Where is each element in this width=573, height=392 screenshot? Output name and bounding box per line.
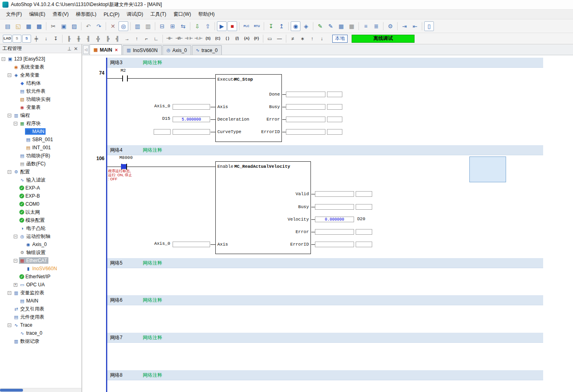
busy-value-box[interactable]: [356, 204, 372, 210]
menu-item[interactable]: 窗口(W): [170, 10, 194, 19]
axis-operand-label[interactable]: Axis_0: [146, 241, 170, 246]
offline-debug-button[interactable]: 离线调试: [352, 35, 415, 43]
tool-line-right-icon[interactable]: →: [123, 35, 131, 43]
curvetype-operand-box[interactable]: [173, 129, 210, 135]
tree-node-exp-b[interactable]: ✓EXP-B: [0, 192, 81, 200]
tree-node-exp-a[interactable]: ✓EXP-A: [0, 184, 81, 192]
tool-corner-down-icon[interactable]: ∟: [152, 35, 160, 43]
menu-item[interactable]: 工具(T): [147, 10, 170, 19]
tree-node--[interactable]: ✓以太网: [0, 208, 81, 216]
menu-item[interactable]: 查看(V): [49, 10, 72, 19]
valid-operand-box[interactable]: [315, 191, 354, 197]
undo-icon[interactable]: ↶: [83, 21, 93, 31]
network-8-header[interactable]: 网络8 网络注释: [107, 370, 543, 380]
local-mode-button[interactable]: 本地: [332, 35, 348, 43]
tab-inosv660n[interactable]: ▥InoSV660N: [123, 45, 162, 55]
menu-item[interactable]: 编辑(E): [25, 10, 49, 19]
tool-arrow-down-icon[interactable]: ↓: [317, 35, 326, 43]
tool-function-block-icon[interactable]: ▭: [265, 35, 274, 43]
network-5-header[interactable]: 网络5 网络注释: [107, 258, 543, 268]
compile-icon[interactable]: ⇩: [192, 21, 202, 31]
instruction-list-view-icon[interactable]: ⊞: [168, 21, 177, 31]
tool-coil-a-icon[interactable]: {A}: [242, 35, 251, 43]
network-comment[interactable]: 网络注释: [143, 59, 162, 66]
tree-node--[interactable]: ◉变量表: [0, 103, 81, 111]
error-value-box[interactable]: [356, 229, 372, 235]
tool-branch-close-icon[interactable]: ╢: [84, 35, 93, 43]
tool-coil-reset-icon[interactable]: (C): [213, 35, 222, 43]
mc-stop-block[interactable]: MC_Stop Execute Done Axis Busy Decelerat…: [215, 74, 282, 142]
errorid-operand-box[interactable]: [286, 129, 325, 135]
tree-node--[interactable]: −◈全局变量: [0, 71, 81, 79]
busy-value-box[interactable]: [327, 104, 342, 110]
monitor-write-icon[interactable]: ✎: [326, 21, 335, 31]
velocity-operand-label[interactable]: D20: [357, 217, 365, 221]
verify-icon[interactable]: ▦: [336, 21, 346, 31]
tab-close-icon[interactable]: ×: [115, 47, 118, 53]
collapse-icon[interactable]: −: [8, 114, 11, 117]
collapse-icon[interactable]: −: [8, 170, 11, 174]
tree-node--[interactable]: −⚙配置: [0, 168, 81, 176]
errorid-value-box[interactable]: [356, 242, 372, 247]
tab-scroll-left-icon[interactable]: ◁: [83, 45, 89, 54]
convert-view-icon[interactable]: ⇆: [178, 21, 188, 31]
tree-node--[interactable]: ◆结构体: [0, 79, 81, 87]
tool-line-up-icon[interactable]: ↑: [132, 35, 141, 43]
done-operand-box[interactable]: [286, 92, 325, 97]
tool-insert-row-icon[interactable]: ╪: [32, 35, 41, 43]
errorid-value-box[interactable]: [327, 129, 342, 135]
redo-icon[interactable]: ↷: [94, 21, 104, 31]
network-comment[interactable]: 网络注释: [143, 147, 162, 154]
expand-icon[interactable]: +: [14, 283, 17, 287]
cut-icon[interactable]: ✂: [48, 21, 58, 31]
tab-trace_0[interactable]: ∿trace_0: [192, 45, 222, 55]
tool-coil-f-icon[interactable]: {F}: [252, 35, 261, 43]
network-comment[interactable]: 网络注释: [143, 297, 162, 304]
tool-horizontal-line-icon[interactable]: —: [275, 35, 284, 43]
error-value-box[interactable]: [327, 117, 342, 122]
tool-branch-middle-icon[interactable]: ╫: [74, 35, 83, 43]
tree-node--[interactable]: ◉系统变量表: [0, 63, 81, 71]
save-icon[interactable]: ▦: [24, 21, 33, 31]
selection-box[interactable]: [469, 156, 506, 182]
tool-append-network-icon[interactable]: ↧: [51, 35, 60, 43]
tool-arrow-up-icon[interactable]: ↑: [308, 35, 317, 43]
tree-node--[interactable]: ▤软元件表: [0, 87, 81, 95]
tab-axis_0[interactable]: ◎Axis_0: [163, 45, 191, 55]
menu-item[interactable]: 文件(F): [2, 10, 25, 19]
tree-node--[interactable]: −▦程序块: [0, 119, 81, 127]
find-icon[interactable]: ◎: [119, 21, 128, 31]
tree-node--[interactable]: ▤元件使用表: [0, 313, 81, 321]
axis-operand-box[interactable]: [173, 104, 210, 110]
import-icon[interactable]: ⇥: [400, 21, 409, 31]
network-7-header[interactable]: 网络7 网络注释: [107, 333, 543, 343]
network-6-header[interactable]: 网络6 网络注释: [107, 295, 543, 305]
tree-node--[interactable]: ⇄交叉引用表: [0, 305, 81, 313]
pin-icon[interactable]: ⊥: [66, 46, 73, 52]
network-3-header[interactable]: 网络3 网络注释: [107, 58, 543, 68]
collapse-icon[interactable]: −: [2, 57, 5, 61]
hscrollbar-thumb[interactable]: [0, 389, 23, 392]
tool-contact-rising-icon[interactable]: ⊣↑⊢: [184, 35, 193, 43]
tree-node-int-001[interactable]: ▤INT_001: [0, 144, 81, 152]
busy-operand-box[interactable]: [315, 204, 354, 210]
print-icon[interactable]: ▥: [133, 21, 142, 31]
tree-node-main[interactable]: ▤MAIN: [0, 297, 81, 305]
menu-item[interactable]: 调试(D): [123, 10, 147, 19]
tool-lad-mode-icon[interactable]: LAD: [3, 35, 12, 43]
velocity-value-box[interactable]: 0.000000: [315, 217, 354, 222]
align-horizontal-icon[interactable]: ≡: [361, 21, 371, 31]
tool-branch-cross-icon[interactable]: ╬: [94, 35, 102, 43]
axis-operand-label[interactable]: Axis_0: [146, 104, 170, 108]
network-4-header[interactable]: 网络4 网络注释: [107, 145, 543, 155]
align-vertical-icon[interactable]: ≣: [371, 21, 381, 31]
deceleration-operand-label[interactable]: D15: [146, 116, 170, 121]
stop-icon[interactable]: ■: [227, 21, 237, 31]
network-comment[interactable]: 网络注释: [143, 260, 162, 267]
collapse-icon[interactable]: −: [14, 122, 17, 125]
tool-contact-falling-icon[interactable]: ⊣↓⊢: [194, 35, 203, 43]
write-mode-icon[interactable]: ✎: [315, 21, 325, 31]
tool-sfc-step-init-icon[interactable]: S: [22, 35, 31, 43]
tool-contact-open-icon[interactable]: ⊣⊢: [165, 35, 174, 43]
tool-coil-icon[interactable]: ( ): [223, 35, 232, 43]
